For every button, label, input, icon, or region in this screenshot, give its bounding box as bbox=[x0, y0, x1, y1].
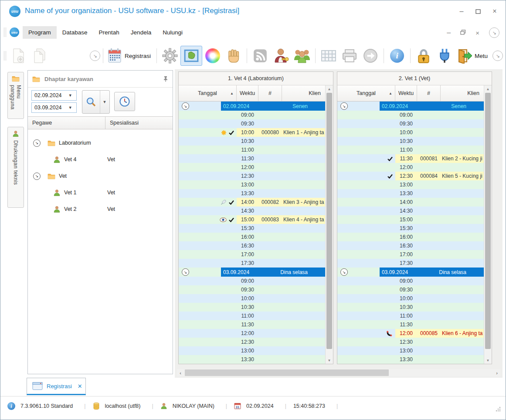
scroll-right-icon[interactable]: › bbox=[493, 370, 500, 376]
time-slot-row[interactable]: 13:00 bbox=[179, 346, 325, 355]
time-slot-row[interactable]: 09:00 bbox=[179, 277, 325, 285]
menu-overflow-icon[interactable]: ↘ bbox=[489, 27, 499, 38]
time-slot-row[interactable]: 13:00 bbox=[337, 180, 484, 189]
time-slot-row[interactable]: 16:00 bbox=[179, 233, 325, 241]
time-slot-row[interactable]: 11:00 bbox=[179, 146, 325, 154]
time-slot-row[interactable]: 15:30 bbox=[337, 224, 484, 233]
settings-button[interactable] bbox=[160, 46, 180, 65]
expand-collapse-icon[interactable]: ↘ bbox=[33, 173, 41, 180]
info-button[interactable]: i bbox=[387, 46, 408, 65]
appointment-row[interactable]: 14:00000082Klien 3 - Anjing ta bbox=[179, 198, 325, 207]
time-slot-row[interactable]: 10:30 bbox=[337, 303, 484, 312]
time-slot-row[interactable]: 16:00 bbox=[337, 233, 484, 241]
tree-group-vet[interactable]: ↘Vet bbox=[28, 168, 173, 184]
time-slot-row[interactable]: 10:00 bbox=[337, 294, 484, 303]
time-slot-row[interactable]: 13:30 bbox=[179, 189, 325, 198]
column-header-klien[interactable]: Klien bbox=[441, 85, 484, 101]
expand-collapse-icon[interactable]: ↘ bbox=[340, 102, 348, 110]
time-slot-row[interactable]: 10:00 bbox=[337, 128, 484, 137]
time-slot-row[interactable]: 09:30 bbox=[179, 119, 325, 128]
time-slot-row[interactable]: 17:30 bbox=[337, 259, 484, 268]
vertical-scrollbar[interactable]: ▲▼ bbox=[325, 85, 333, 364]
date-group-row[interactable]: ↘02.09.2024Senen bbox=[179, 102, 325, 111]
appointment-row[interactable]: 11:30000081Klien 2 - Kucing ji bbox=[337, 154, 484, 163]
time-slot-row[interactable]: 13:30 bbox=[179, 355, 325, 364]
toolbar-overflow-icon-1[interactable]: ↘ bbox=[90, 51, 100, 61]
scroll-left-icon[interactable]: ‹ bbox=[177, 370, 184, 376]
column-header-tanggal[interactable]: Tanggal▲ bbox=[179, 85, 237, 101]
hand-button[interactable] bbox=[223, 46, 244, 65]
time-slot-row[interactable]: 17:00 bbox=[179, 250, 325, 259]
sort-ascending-icon[interactable]: ▲ bbox=[389, 91, 392, 95]
copy-record-button[interactable] bbox=[29, 46, 50, 65]
time-slot-row[interactable]: 11:00 bbox=[179, 312, 325, 320]
time-slot-row[interactable]: 09:00 bbox=[337, 277, 484, 285]
time-slot-row[interactable]: 17:00 bbox=[337, 250, 484, 259]
sort-ascending-icon[interactable]: ▲ bbox=[230, 91, 234, 95]
registrasi-button[interactable]: Registrasi bbox=[106, 46, 154, 65]
scroll-up-icon[interactable]: ▲ bbox=[326, 85, 333, 92]
print-button[interactable] bbox=[339, 46, 360, 65]
date-group-row[interactable]: ↘03.09.2024Dina selasa bbox=[179, 268, 325, 277]
tree-item-vet-4[interactable]: Vet 4Vet bbox=[28, 151, 173, 168]
time-slot-row[interactable]: 09:30 bbox=[337, 119, 484, 128]
column-header-number[interactable]: # bbox=[258, 85, 282, 101]
maximize-icon[interactable] bbox=[475, 8, 481, 14]
time-slot-row[interactable]: 16:30 bbox=[179, 241, 325, 250]
time-slot-row[interactable]: 11:00 bbox=[337, 146, 484, 154]
mdi-close-icon[interactable]: × bbox=[475, 29, 479, 37]
lock-button[interactable] bbox=[413, 46, 434, 65]
time-slot-row[interactable]: 11:30 bbox=[179, 320, 325, 329]
vertical-scrollbar[interactable]: ▲▼ bbox=[484, 85, 492, 364]
search-split-button[interactable]: ▼ bbox=[82, 90, 110, 114]
time-slot-row[interactable]: 12:30 bbox=[337, 338, 484, 346]
feed-button[interactable] bbox=[250, 46, 271, 65]
search-dropdown-icon[interactable]: ▼ bbox=[100, 91, 109, 113]
map-view-button[interactable] bbox=[180, 46, 202, 66]
time-slot-row[interactable]: 10:00 bbox=[179, 294, 325, 303]
time-slot-row[interactable]: 15:30 bbox=[179, 224, 325, 233]
column-header-wektu[interactable]: Wektu bbox=[237, 85, 258, 101]
menu-item-database[interactable]: Database bbox=[57, 26, 93, 39]
appointment-row[interactable]: 10:00000080Klien 1 - Anjing ta bbox=[179, 128, 325, 137]
sidebar-tab-menu-pangguna[interactable]: Menu pangguna bbox=[7, 72, 24, 119]
time-slot-row[interactable]: 12:30 bbox=[179, 172, 325, 180]
time-slot-row[interactable]: 09:00 bbox=[337, 111, 484, 119]
date-to-picker[interactable]: 03.09.2024▼ bbox=[31, 102, 77, 113]
new-record-button[interactable] bbox=[8, 46, 29, 65]
tree-group-laboratorium[interactable]: ↘Laboratorium bbox=[28, 135, 173, 151]
time-slot-row[interactable]: 11:30 bbox=[179, 154, 325, 163]
column-header-tanggal[interactable]: Tanggal▲ bbox=[337, 85, 395, 101]
time-slot-row[interactable]: 13:30 bbox=[337, 189, 484, 198]
appointment-row[interactable]: 15:00000083Klien 4 - Anjing ta bbox=[179, 215, 325, 224]
time-slot-row[interactable]: 09:30 bbox=[337, 285, 484, 294]
time-slot-row[interactable]: 12:00 bbox=[337, 163, 484, 172]
column-header-spesialisasi[interactable]: Spesialisasi bbox=[105, 117, 173, 129]
users-group-button[interactable] bbox=[292, 46, 312, 65]
column-header-wektu[interactable]: Wektu bbox=[395, 85, 417, 101]
scroll-thumb[interactable] bbox=[326, 93, 332, 349]
tree-item-vet-2[interactable]: Vet 2Vet bbox=[28, 201, 173, 217]
time-slot-row[interactable]: 15:00 bbox=[337, 215, 484, 224]
column-header-klien[interactable]: Klien bbox=[282, 85, 325, 101]
tree-item-vet-1[interactable]: Vet 1Vet bbox=[28, 184, 173, 201]
menu-item-program[interactable]: Program bbox=[23, 26, 57, 39]
scroll-down-icon[interactable]: ▼ bbox=[484, 357, 492, 364]
time-slot-row[interactable]: 09:00 bbox=[179, 111, 325, 119]
column-header-pegawe[interactable]: Pegawe bbox=[28, 117, 105, 129]
expand-collapse-icon[interactable]: ↘ bbox=[33, 139, 41, 147]
table-view-button[interactable] bbox=[318, 46, 339, 65]
time-slot-row[interactable]: 11:00 bbox=[337, 312, 484, 320]
time-slot-row[interactable]: 14:30 bbox=[337, 207, 484, 215]
time-slot-row[interactable]: 12:00 bbox=[179, 163, 325, 172]
time-slot-row[interactable]: 13:00 bbox=[337, 346, 484, 355]
time-slot-row[interactable]: 16:30 bbox=[337, 241, 484, 250]
close-icon[interactable]: × bbox=[492, 8, 498, 14]
forward-button[interactable] bbox=[360, 46, 381, 65]
expand-collapse-icon[interactable]: ↘ bbox=[340, 268, 348, 276]
mdi-minimize-icon[interactable]: – bbox=[447, 29, 451, 37]
date-group-row[interactable]: ↘03.09.2024Dina selasa bbox=[337, 268, 484, 277]
time-slot-row[interactable]: 14:00 bbox=[337, 198, 484, 207]
expand-collapse-icon[interactable]: ↘ bbox=[182, 102, 189, 110]
time-slot-row[interactable]: 14:30 bbox=[179, 207, 325, 215]
